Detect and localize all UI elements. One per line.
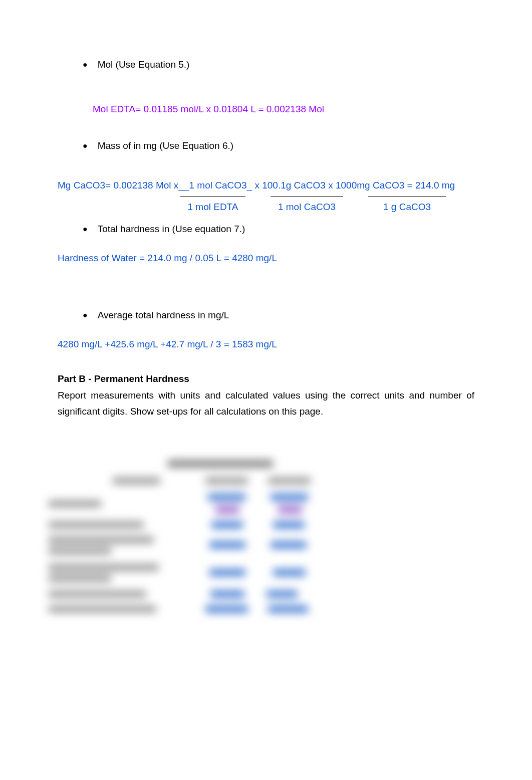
frac-1: 1 mol EDTA	[180, 197, 245, 215]
calc-average: 4280 mg/L +425.6 mg/L +42.7 mg/L / 3 = 1…	[58, 337, 474, 352]
bullet-dot-icon: ●	[83, 223, 88, 235]
part-b-heading: Part B - Permanent Hardness	[58, 372, 474, 386]
frac-line-3	[368, 197, 446, 197]
calc-mol-edta: Mol EDTA= 0.01185 mol/L x 0.01804 L = 0.…	[93, 102, 474, 117]
bullet-mass-text: Mass of in mg (Use Equation 6.)	[98, 139, 233, 153]
bullet-mass: ● Mass of in mg (Use Equation 6.)	[83, 139, 474, 153]
frac-line-2	[271, 197, 343, 197]
bullet-avg-hardness: ● Average total hardness in mg/L	[83, 308, 474, 323]
frac-3-denom: 1 g CaCO3	[383, 200, 431, 215]
calc-hardness: Hardness of Water = 214.0 mg / 0.05 L = …	[58, 251, 474, 266]
part-b-description: Report measurements with units and calcu…	[58, 387, 474, 420]
bullet-dot-icon: ●	[83, 309, 88, 321]
frac-2: 1 mol CaCO3	[271, 197, 343, 215]
fraction-row: 1 mol EDTA 1 mol CaCO3 1 g CaCO3	[180, 197, 474, 215]
frac-2-denom: 1 mol CaCO3	[278, 200, 336, 215]
calc-mg-caco3: Mg CaCO3= 0.002138 Mol x__1 mol CaCO3_ x…	[58, 178, 474, 193]
frac-3: 1 g CaCO3	[368, 197, 446, 215]
frac-1-denom: 1 mol EDTA	[187, 200, 238, 215]
bullet-mol: ● Mol (Use Equation 5.)	[83, 58, 474, 72]
bullet-dot-icon: ●	[83, 140, 88, 152]
blurred-table	[43, 451, 341, 652]
bullet-dot-icon: ●	[83, 59, 88, 71]
bullet-avg-hardness-text: Average total hardness in mg/L	[98, 308, 229, 323]
bullet-total-hardness: ● Total hardness in (Use equation 7.)	[83, 222, 474, 237]
bullet-total-hardness-text: Total hardness in (Use equation 7.)	[98, 222, 245, 237]
frac-line-1	[180, 197, 245, 197]
bullet-mol-text: Mol (Use Equation 5.)	[98, 58, 190, 72]
